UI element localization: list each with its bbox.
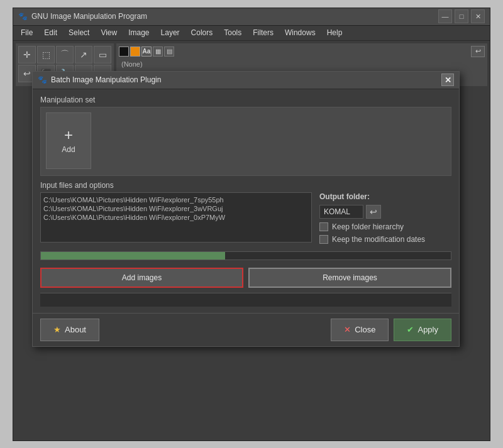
add-label: Add xyxy=(62,145,75,154)
menu-image[interactable]: Image xyxy=(123,27,154,38)
panel-back-button[interactable]: ↩ xyxy=(471,46,485,57)
toolbar-row-1: ✛ ⬚ ⌒ ↗ ▭ xyxy=(18,46,111,63)
dialog-footer: ★ About ✕ Close ✔ Apply xyxy=(33,313,459,346)
close-label: Close xyxy=(355,325,375,334)
menu-colors[interactable]: Colors xyxy=(186,27,218,38)
keep-hierarchy-row: Keep folder hierarchy xyxy=(319,222,451,231)
about-label: About xyxy=(65,325,86,334)
pattern-icon[interactable]: ▤ xyxy=(164,46,174,57)
check-icon: ✔ xyxy=(407,325,414,334)
menu-tools[interactable]: Tools xyxy=(219,27,246,38)
menu-filters[interactable]: Filters xyxy=(248,27,279,38)
dialog-status-bar xyxy=(40,293,451,307)
dialog-body: Manipulation set + Add Input files and o… xyxy=(33,89,459,313)
tool-free-select[interactable]: ⌒ xyxy=(56,46,74,63)
input-files-right: Output folder: KOMAL ↩ Keep folder hiera… xyxy=(319,192,451,244)
apply-button[interactable]: ✔ Apply xyxy=(394,319,451,341)
manipulation-set-label: Manipulation set xyxy=(40,96,451,104)
progress-bar-fill xyxy=(41,252,225,260)
keep-dates-checkbox[interactable] xyxy=(319,235,328,244)
about-button[interactable]: ★ About xyxy=(40,319,99,341)
menu-edit[interactable]: Edit xyxy=(39,27,62,38)
dialog-title-bar: 🐾 Batch Image Manipulation Plugin ✕ xyxy=(33,72,459,89)
minimize-button[interactable]: — xyxy=(438,9,452,23)
keep-dates-label: Keep the modification dates xyxy=(332,235,425,244)
window-title: GNU Image Manipulation Program xyxy=(31,12,147,21)
menu-select[interactable]: Select xyxy=(64,27,94,38)
keep-hierarchy-checkbox[interactable] xyxy=(319,222,328,231)
menu-layer[interactable]: Layer xyxy=(156,27,185,38)
output-folder-value-row: KOMAL ↩ xyxy=(319,205,451,219)
menu-windows[interactable]: Windows xyxy=(280,27,321,38)
output-folder-back-button[interactable]: ↩ xyxy=(366,205,381,219)
input-files-section: Input files and options C:\Users\KOMAL\P… xyxy=(40,181,451,244)
file-entry-1: C:\Users\KOMAL\Pictures\Hidden WiFi\expl… xyxy=(43,195,309,204)
input-files-content: C:\Users\KOMAL\Pictures\Hidden WiFi\expl… xyxy=(40,192,451,244)
dialog-title-icon: 🐾 xyxy=(38,75,47,84)
apply-label: Apply xyxy=(417,325,438,334)
menu-bar: File Edit Select View Image Layer Colors… xyxy=(13,26,490,41)
tool-move[interactable]: ✛ xyxy=(18,46,36,63)
x-icon: ✕ xyxy=(344,325,351,334)
add-images-button[interactable]: Add images xyxy=(40,268,243,288)
tool-path[interactable]: ↗ xyxy=(75,46,92,63)
dialog-close-button[interactable]: ✕ xyxy=(441,74,454,86)
keep-dates-row: Keep the modification dates xyxy=(319,235,451,244)
tool-crop[interactable]: ▭ xyxy=(94,46,111,63)
progress-bar-container xyxy=(40,251,451,260)
title-bar-left: 🐾 GNU Image Manipulation Program xyxy=(18,12,147,21)
output-folder-row: Output folder: xyxy=(319,192,451,201)
file-entry-2: C:\Users\KOMAL\Pictures\Hidden WiFi\expl… xyxy=(43,204,309,213)
dialog-title-text: Batch Image Manipulation Plugin xyxy=(51,75,161,84)
remove-images-button[interactable]: Remove images xyxy=(248,268,451,288)
menu-help[interactable]: Help xyxy=(322,27,348,38)
menu-view[interactable]: View xyxy=(96,27,122,38)
plus-icon: + xyxy=(64,128,73,143)
gimp-main-window: 🐾 GNU Image Manipulation Program — □ ✕ F… xyxy=(13,8,490,441)
none-label: (None) xyxy=(119,60,145,68)
background-color-swatch[interactable] xyxy=(130,46,140,57)
image-buttons-row: Add images Remove images xyxy=(40,268,451,288)
tool-rect-select[interactable]: ⬚ xyxy=(37,46,55,63)
window-controls: — □ ✕ xyxy=(438,9,485,23)
input-files-list[interactable]: C:\Users\KOMAL\Pictures\Hidden WiFi\expl… xyxy=(40,192,312,243)
keep-hierarchy-label: Keep folder hierarchy xyxy=(332,222,404,231)
none-label-row: (None) xyxy=(119,60,485,68)
file-entry-3: C:\Users\KOMAL\Pictures\Hidden WiFi\expl… xyxy=(43,213,309,222)
text-tool-swatch[interactable]: Aa xyxy=(141,46,152,57)
close-button[interactable]: ✕ xyxy=(471,9,485,23)
star-icon: ★ xyxy=(53,325,61,334)
input-files-label: Input files and options xyxy=(40,181,451,190)
output-folder-label: Output folder: xyxy=(319,192,370,201)
add-manipulation-button[interactable]: + Add xyxy=(46,112,91,169)
manipulation-set-area: + Add xyxy=(40,107,451,176)
menu-file[interactable]: File xyxy=(16,27,38,38)
title-bar: 🐾 GNU Image Manipulation Program — □ ✕ xyxy=(13,8,490,26)
output-folder-value[interactable]: KOMAL xyxy=(319,205,363,219)
gimp-title-icon: 🐾 xyxy=(18,12,28,21)
foreground-color-swatch[interactable] xyxy=(119,46,129,57)
color-tool-row: Aa ▦ ▤ ↩ xyxy=(119,46,485,57)
batch-plugin-dialog: 🐾 Batch Image Manipulation Plugin ✕ Mani… xyxy=(32,71,460,347)
close-button[interactable]: ✕ Close xyxy=(331,319,389,341)
footer-right-buttons: ✕ Close ✔ Apply xyxy=(331,319,451,341)
dialog-title-left: 🐾 Batch Image Manipulation Plugin xyxy=(38,75,161,84)
restore-button[interactable]: □ xyxy=(455,9,468,23)
gradient-icon[interactable]: ▦ xyxy=(153,46,163,57)
input-files-left: C:\Users\KOMAL\Pictures\Hidden WiFi\expl… xyxy=(40,192,312,244)
manipulation-set-section: Manipulation set + Add xyxy=(40,96,451,176)
